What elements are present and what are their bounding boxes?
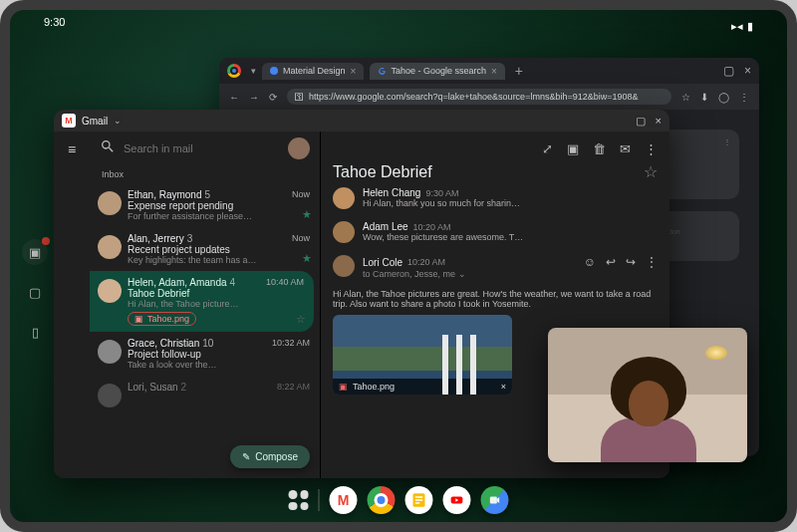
- msg-time: 10:20 AM: [413, 222, 451, 232]
- video-pip[interactable]: [548, 328, 747, 462]
- pencil-icon: ✎: [242, 451, 250, 462]
- thread-snippet: Hi Alan, the Tahoe picture…: [128, 299, 304, 309]
- chevron-down-icon[interactable]: ⌄: [114, 116, 122, 126]
- msg-sender: Adam Lee: [363, 221, 408, 232]
- email-thread[interactable]: Lori, Susan28:22 AM: [90, 376, 320, 399]
- search-input[interactable]: [124, 142, 280, 154]
- close-icon[interactable]: ×: [351, 66, 357, 77]
- svg-rect-2: [415, 499, 423, 501]
- star-icon[interactable]: ☆: [296, 313, 306, 326]
- chevron-down-icon[interactable]: ⌄: [458, 269, 466, 279]
- star-icon[interactable]: ☆: [644, 162, 658, 181]
- star-icon[interactable]: ★: [302, 252, 312, 265]
- thread-subject: Recent project updates: [128, 244, 310, 255]
- thread-time: Now: [292, 189, 310, 200]
- download-icon[interactable]: ⬇: [700, 92, 708, 103]
- reply-icon[interactable]: ↩: [606, 255, 616, 269]
- taskbar-docs[interactable]: [405, 486, 433, 514]
- star-icon[interactable]: ☆: [681, 92, 690, 103]
- new-tab-button[interactable]: +: [511, 63, 527, 79]
- taskbar-gmail[interactable]: M: [330, 486, 358, 514]
- collapsed-message[interactable]: Adam Lee10:20 AM Wow, these picturese ar…: [333, 215, 658, 249]
- thread-count: 10: [202, 338, 213, 349]
- status-bar: 9:30 ▸◂ ▮: [10, 16, 787, 36]
- chat-rail-icon[interactable]: ▢: [22, 279, 48, 305]
- video-rail-icon[interactable]: ▯: [22, 319, 48, 345]
- forward-icon[interactable]: →: [249, 92, 259, 103]
- url-text: https://www.google.com/search?q=lake+tah…: [309, 92, 638, 102]
- account-icon[interactable]: ◯: [718, 92, 729, 103]
- address-bar[interactable]: ⚿ https://www.google.com/search?q=lake+t…: [287, 89, 671, 105]
- thread-time: Now: [292, 233, 310, 244]
- sender-avatar: [333, 221, 355, 243]
- menu-icon[interactable]: ⋮: [739, 92, 749, 103]
- tab-strip: ▾ Material Design × Tahoe - Google ssear…: [219, 58, 759, 84]
- lamp-decor: [705, 346, 727, 360]
- thread-time: 8:22 AM: [277, 382, 310, 393]
- favicon: [378, 67, 386, 75]
- app-drawer-icon[interactable]: [289, 490, 309, 510]
- search-icon[interactable]: [100, 138, 116, 158]
- close-icon[interactable]: ×: [744, 64, 751, 78]
- star-icon[interactable]: ★: [302, 208, 312, 221]
- compose-label: Compose: [255, 451, 298, 462]
- thread-subject: Project follow-up: [128, 349, 310, 360]
- email-thread[interactable]: Grace, Christian1010:32 AM Project follo…: [90, 332, 320, 376]
- chevron-down-icon[interactable]: ▾: [251, 66, 256, 76]
- svg-rect-1: [415, 496, 423, 498]
- thread-snippet: For further assistance please…: [128, 211, 310, 221]
- maximize-icon[interactable]: ▢: [723, 64, 734, 78]
- browser-tab[interactable]: Material Design ×: [262, 63, 364, 80]
- lock-icon: ⚿: [295, 92, 304, 102]
- email-thread[interactable]: Alan, Jerrery3Now Recent project updates…: [90, 227, 320, 271]
- sender-avatar: [333, 187, 355, 209]
- taskbar-youtube[interactable]: [443, 486, 471, 514]
- more-icon[interactable]: ⋮: [645, 141, 658, 156]
- inbox-label: Inbox: [90, 165, 320, 183]
- sender-avatar: [98, 340, 122, 364]
- msg-time: 10:20 AM: [407, 257, 445, 267]
- attachment-name: Tahoe.png: [147, 314, 189, 324]
- gmail-titlebar: M Gmail ⌄ ▢ ×: [54, 110, 669, 132]
- compose-button[interactable]: ✎ Compose: [230, 445, 310, 468]
- attachment-chip[interactable]: ▣Tahoe.png: [128, 312, 196, 326]
- tab-label: Tahoe - Google ssearch: [391, 66, 486, 76]
- email-thread[interactable]: Helen, Adam, Amanda410:40 AM Tahoe Debri…: [90, 271, 314, 332]
- delete-icon[interactable]: 🗑: [593, 141, 606, 156]
- close-icon[interactable]: ×: [491, 66, 497, 77]
- browser-tab[interactable]: Tahoe - Google ssearch ×: [370, 63, 504, 80]
- forward-icon[interactable]: ↪: [626, 255, 636, 269]
- more-icon[interactable]: ⋮: [723, 137, 731, 146]
- taskbar-chrome[interactable]: [368, 486, 396, 514]
- back-icon[interactable]: ←: [229, 92, 239, 103]
- expand-icon[interactable]: ⤢: [542, 141, 553, 156]
- archive-icon[interactable]: ▣: [567, 141, 579, 156]
- video-participant: [593, 353, 702, 462]
- menu-icon[interactable]: ≡: [62, 139, 82, 159]
- thread-subject: Expense report pending: [128, 200, 310, 211]
- account-avatar[interactable]: [288, 137, 310, 159]
- emoji-icon[interactable]: ☺: [584, 255, 596, 269]
- expanded-message: Lori Cole10:20 AM ☺ ↩ ↪ ⋮ to Cameron, Je…: [333, 249, 658, 285]
- mark-unread-icon[interactable]: ✉: [620, 141, 631, 156]
- reload-icon[interactable]: ⟳: [269, 92, 277, 103]
- maximize-icon[interactable]: ▢: [636, 115, 646, 128]
- sender-avatar: [98, 235, 122, 259]
- collapsed-message[interactable]: Helen Chang9:30 AM Hi Alan, thank you so…: [333, 181, 658, 215]
- close-icon[interactable]: ×: [501, 382, 506, 392]
- attachment-preview[interactable]: ▣ Tahoe.png ×: [333, 315, 512, 395]
- gmail-icon: M: [62, 114, 76, 128]
- address-bar-row: ← → ⟳ ⚿ https://www.google.com/search?q=…: [219, 84, 759, 110]
- email-thread[interactable]: Ethan, Raymond5Now Expense report pendin…: [90, 183, 320, 227]
- taskbar-meet[interactable]: [481, 486, 509, 514]
- msg-sender: Lori Cole: [363, 257, 402, 268]
- chrome-icon: [227, 64, 241, 78]
- thread-time: 10:32 AM: [272, 338, 310, 349]
- taskbar: M: [289, 486, 509, 514]
- gmail-nav-rail: ≡: [54, 132, 90, 478]
- meet-rail-icon[interactable]: ▣: [22, 239, 48, 265]
- thread-count: 2: [181, 382, 187, 393]
- more-icon[interactable]: ⋮: [646, 255, 658, 269]
- close-icon[interactable]: ×: [656, 115, 662, 128]
- thread-count: 5: [205, 189, 211, 200]
